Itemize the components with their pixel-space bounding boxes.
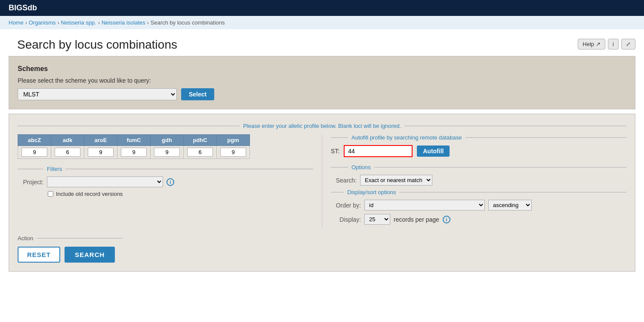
autofill-right-line bbox=[465, 137, 626, 138]
scheme-select[interactable]: MLST bbox=[18, 88, 177, 100]
search-select[interactable]: Exact or nearest match Exact match only bbox=[360, 175, 432, 186]
reset-button[interactable]: RESET bbox=[18, 247, 60, 263]
project-label: Project: bbox=[18, 179, 43, 186]
info-icon: i bbox=[613, 41, 614, 47]
locus-input-abcZ[interactable] bbox=[22, 148, 47, 157]
locus-header-pdhC: pdhC bbox=[184, 135, 217, 146]
display-sort-section: Display/sort options Order by: id date_e… bbox=[331, 189, 626, 225]
allelic-right-line bbox=[404, 126, 626, 126]
locus-cell-adk bbox=[51, 146, 84, 159]
options-section: Options Search: Exact or nearest match E… bbox=[331, 164, 626, 186]
display-sort-header: Display/sort options bbox=[331, 189, 626, 195]
locus-header-abcZ: abcZ bbox=[18, 135, 51, 146]
locus-input-aroE[interactable] bbox=[88, 148, 114, 157]
filters-right-line bbox=[65, 169, 313, 169]
allelic-left-line bbox=[18, 126, 240, 126]
locus-header-aroE: aroE bbox=[84, 135, 117, 146]
action-section: Action RESET SEARCH bbox=[18, 235, 626, 263]
locus-header-adk: adk bbox=[51, 135, 84, 146]
breadcrumb-neisseria-spp[interactable]: Neisseria spp. bbox=[61, 19, 96, 26]
schemes-heading: Schemes bbox=[18, 65, 626, 73]
project-info-icon[interactable]: i bbox=[166, 178, 174, 186]
autofill-row: ST: Autofill bbox=[331, 145, 626, 157]
breadcrumb-sep-3: › bbox=[98, 20, 100, 26]
display-sort-left-line bbox=[331, 192, 344, 192]
locus-header-pgm: pgm bbox=[217, 135, 250, 146]
allelic-section-header: Please enter your allelic profile below.… bbox=[18, 123, 626, 129]
two-col-layout: abcZ adk aroE fumC gdh pdhC pgm bbox=[18, 134, 626, 228]
right-column: Autofill profile by searching remote dat… bbox=[322, 134, 626, 228]
schemes-panel: Schemes Please select the scheme you wou… bbox=[9, 56, 635, 109]
include-old-label: Include old record versions bbox=[56, 191, 123, 197]
locus-cell-pgm bbox=[217, 146, 250, 159]
breadcrumb-home[interactable]: Home bbox=[9, 19, 24, 26]
header-actions: Help ↗ i ⤢ bbox=[578, 39, 635, 50]
records-per-page-select[interactable]: 10 25 50 100 200 bbox=[364, 214, 390, 225]
main-content: Search by locus combinations Schemes Ple… bbox=[0, 29, 644, 280]
action-buttons: RESET SEARCH bbox=[18, 247, 626, 263]
search-label: Search: bbox=[331, 177, 357, 184]
left-column: abcZ adk aroE fumC gdh pdhC pgm bbox=[18, 134, 322, 228]
locus-cell-fumC bbox=[117, 146, 151, 159]
include-old-checkbox[interactable] bbox=[48, 191, 53, 197]
schemes-prompt: Please select the scheme you would like … bbox=[18, 77, 626, 84]
locus-input-pdhC[interactable] bbox=[187, 148, 213, 157]
help-label: Help bbox=[582, 41, 594, 47]
direction-select[interactable]: ascending descending bbox=[488, 200, 532, 211]
autofill-left-line bbox=[331, 137, 348, 138]
options-left-line bbox=[331, 167, 348, 167]
project-select[interactable] bbox=[47, 176, 163, 187]
display-row: Display: 10 25 50 100 200 records per pa… bbox=[331, 214, 626, 225]
filters-left-line bbox=[18, 169, 43, 169]
help-button[interactable]: Help ↗ bbox=[578, 39, 605, 50]
records-info-icon[interactable]: i bbox=[443, 216, 450, 223]
page-title: Search by locus combinations bbox=[9, 29, 635, 56]
locus-input-gdh[interactable] bbox=[154, 148, 180, 157]
expand-icon: ⤢ bbox=[626, 41, 631, 47]
locus-table: abcZ adk aroE fumC gdh pdhC pgm bbox=[18, 134, 250, 159]
action-line bbox=[37, 238, 123, 238]
select-button[interactable]: Select bbox=[181, 88, 214, 100]
display-sort-label: Display/sort options bbox=[344, 189, 399, 195]
breadcrumb-sep-1: › bbox=[25, 20, 27, 26]
info-button[interactable]: i bbox=[608, 39, 619, 50]
scheme-row: MLST Select bbox=[18, 88, 626, 100]
breadcrumb-neisseria-isolates[interactable]: Neisseria isolates bbox=[102, 19, 145, 26]
action-header: Action bbox=[18, 235, 626, 242]
order-by-label: Order by: bbox=[331, 202, 361, 209]
include-old-row: Include old record versions bbox=[18, 191, 313, 197]
locus-input-pgm[interactable] bbox=[220, 148, 246, 157]
breadcrumb-organisms[interactable]: Organisms bbox=[29, 19, 56, 26]
breadcrumb: Home › Organisms › Neisseria spp. › Neis… bbox=[0, 16, 644, 29]
breadcrumb-current: Search by locus combinations bbox=[151, 19, 225, 26]
action-label: Action bbox=[18, 235, 37, 242]
locus-cell-pdhC bbox=[184, 146, 217, 159]
options-header: Options bbox=[331, 164, 626, 170]
records-per-page-label: records per page bbox=[394, 216, 439, 223]
expand-button[interactable]: ⤢ bbox=[621, 39, 635, 50]
locus-header-gdh: gdh bbox=[151, 135, 184, 146]
autofill-label: Autofill profile by searching remote dat… bbox=[348, 134, 465, 141]
display-sort-right-line bbox=[399, 192, 626, 192]
locus-cell-abcZ bbox=[18, 146, 51, 159]
order-by-select[interactable]: id date_entered datestamp sender curator bbox=[364, 200, 485, 211]
display-label: Display: bbox=[331, 216, 361, 223]
breadcrumb-sep-2: › bbox=[58, 20, 59, 26]
locus-value-row bbox=[18, 146, 250, 159]
autofill-header: Autofill profile by searching remote dat… bbox=[331, 134, 626, 141]
project-row: Project: i bbox=[18, 176, 313, 187]
st-label: ST: bbox=[331, 148, 339, 155]
filters-label: Filters bbox=[43, 166, 65, 172]
autofill-button[interactable]: Autofill bbox=[417, 146, 450, 157]
options-label: Options bbox=[348, 164, 374, 170]
locus-cell-aroE bbox=[84, 146, 117, 159]
app-title: BIGSdb bbox=[9, 3, 37, 12]
filters-section: Filters Project: i Include old record ve… bbox=[18, 166, 313, 197]
locus-header-fumC: fumC bbox=[117, 135, 151, 146]
filters-header: Filters bbox=[18, 166, 313, 172]
locus-input-adk[interactable] bbox=[55, 148, 80, 157]
breadcrumb-sep-4: › bbox=[147, 20, 149, 26]
search-button[interactable]: SEARCH bbox=[65, 247, 115, 263]
locus-input-fumC[interactable] bbox=[121, 148, 147, 157]
st-input[interactable] bbox=[344, 145, 413, 157]
